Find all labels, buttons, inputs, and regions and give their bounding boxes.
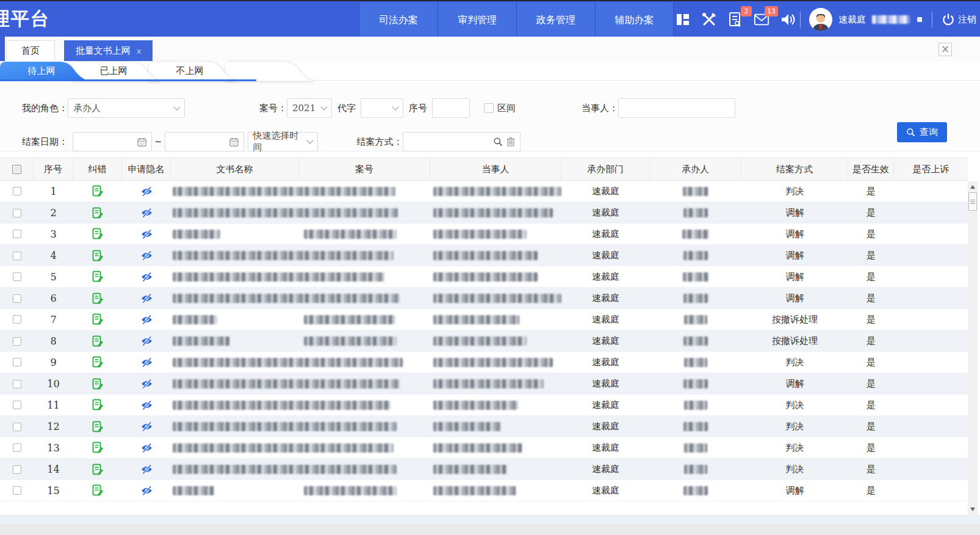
range-checkbox[interactable] bbox=[484, 103, 494, 113]
doc-correct-icon[interactable] bbox=[73, 352, 122, 373]
doc-correct-icon[interactable] bbox=[73, 416, 122, 437]
case-word-label: 代字 bbox=[337, 103, 356, 114]
nav-item-trial-management[interactable]: 审判管理 bbox=[438, 2, 516, 38]
table-row[interactable]: 2 速裁庭 调解 是 bbox=[0, 202, 968, 224]
quick-time-select[interactable]: 快速选择时间 bbox=[248, 132, 318, 151]
eye-off-icon[interactable] bbox=[122, 480, 171, 501]
doc-correct-icon[interactable] bbox=[73, 459, 122, 480]
tools-icon[interactable] bbox=[701, 12, 717, 27]
subtab-pending-online[interactable]: 待上网 bbox=[0, 61, 92, 81]
row-checkbox[interactable] bbox=[13, 272, 21, 281]
table-row[interactable]: 10 速裁庭 调解 是 bbox=[0, 373, 968, 395]
doc-correct-icon[interactable] bbox=[73, 266, 122, 287]
table-row[interactable]: 14 速裁庭 判决 是 bbox=[0, 459, 968, 480]
row-checkbox[interactable] bbox=[13, 187, 21, 195]
doc-correct-icon[interactable] bbox=[73, 181, 122, 202]
speaker-icon[interactable] bbox=[780, 12, 796, 27]
row-checkbox[interactable] bbox=[13, 423, 21, 431]
doc-correct-icon[interactable] bbox=[73, 202, 122, 224]
row-checkbox[interactable] bbox=[13, 380, 21, 388]
table-row[interactable]: 1 速裁庭 判决 是 bbox=[0, 181, 968, 202]
panel-close-button[interactable]: × bbox=[939, 43, 952, 56]
tab-close-icon[interactable]: x bbox=[137, 46, 142, 56]
eye-off-icon[interactable] bbox=[122, 416, 171, 437]
table-row[interactable]: 3 速裁庭 调解 是 bbox=[0, 224, 968, 245]
calendar-icon[interactable] bbox=[137, 137, 146, 147]
eye-off-icon[interactable] bbox=[122, 309, 171, 330]
table-row[interactable]: 9 速裁庭 判决 是 bbox=[0, 352, 968, 373]
eye-off-icon[interactable] bbox=[122, 330, 171, 352]
dashboard-grid-icon[interactable] bbox=[675, 12, 691, 27]
role-select[interactable]: 承办人 bbox=[68, 98, 185, 118]
table-row[interactable]: 6 速裁庭 调解 是 bbox=[0, 288, 968, 309]
nav-item-assist-case[interactable]: 辅助办案 bbox=[595, 2, 674, 38]
case-seq-input[interactable] bbox=[432, 98, 470, 118]
logout-button[interactable]: 注销 bbox=[942, 13, 976, 26]
row-checkbox[interactable] bbox=[13, 230, 21, 238]
table-row[interactable]: 7 速裁庭 按撤诉处理 是 bbox=[0, 309, 968, 330]
scroll-down-arrow[interactable] bbox=[968, 504, 978, 514]
doc-correct-icon[interactable] bbox=[73, 395, 122, 415]
case-word-select[interactable] bbox=[361, 98, 403, 118]
search-icon[interactable] bbox=[493, 137, 503, 147]
table-row[interactable]: 15 速裁庭 调解 是 bbox=[0, 480, 968, 501]
case-year-select[interactable]: 2021 bbox=[287, 98, 332, 118]
nav-item-gov-affairs[interactable]: 政务管理 bbox=[516, 2, 595, 38]
eye-off-icon[interactable] bbox=[122, 459, 171, 480]
doc-correct-icon[interactable] bbox=[73, 330, 122, 352]
doc-correct-icon[interactable] bbox=[73, 480, 122, 501]
role-label: 我的角色： bbox=[22, 103, 68, 114]
doc-correct-icon[interactable] bbox=[73, 437, 122, 458]
party-input[interactable] bbox=[618, 98, 735, 118]
doc-correct-icon[interactable] bbox=[73, 288, 122, 309]
scroll-up-arrow[interactable] bbox=[968, 182, 978, 192]
trash-icon[interactable] bbox=[506, 137, 515, 147]
scrollbar-thumb[interactable] bbox=[968, 192, 977, 211]
tab-home[interactable]: 首页 bbox=[6, 40, 55, 61]
eye-off-icon[interactable] bbox=[122, 352, 171, 373]
row-checkbox[interactable] bbox=[13, 315, 21, 324]
eye-off-icon[interactable] bbox=[122, 181, 171, 202]
table-row[interactable]: 11 速裁庭 判决 是 bbox=[0, 395, 968, 416]
close-date-end-input[interactable] bbox=[165, 132, 244, 151]
doc-correct-icon[interactable] bbox=[73, 224, 122, 244]
eye-off-icon[interactable] bbox=[122, 202, 171, 224]
eye-off-icon[interactable] bbox=[122, 373, 171, 395]
doc-correct-icon[interactable] bbox=[73, 373, 122, 395]
row-checkbox[interactable] bbox=[13, 337, 21, 346]
doc-correct-icon[interactable] bbox=[73, 245, 122, 266]
tab-batch-doc-publish[interactable]: 批量文书上网 x bbox=[64, 40, 153, 61]
document-tasks-icon[interactable]: 2 bbox=[727, 12, 743, 27]
select-all-checkbox[interactable] bbox=[12, 165, 21, 174]
row-checkbox[interactable] bbox=[13, 443, 21, 452]
row-checkbox[interactable] bbox=[13, 294, 21, 303]
col-disposal: 结案方式 bbox=[741, 158, 848, 180]
mail-icon[interactable]: 13 bbox=[754, 12, 769, 27]
avatar[interactable] bbox=[809, 8, 832, 31]
eye-off-icon[interactable] bbox=[122, 266, 171, 287]
nav-item-judicial-case[interactable]: 司法办案 bbox=[359, 2, 438, 38]
horizontal-scrollbar[interactable] bbox=[0, 515, 980, 524]
eye-off-icon[interactable] bbox=[122, 245, 171, 266]
row-checkbox[interactable] bbox=[13, 252, 21, 260]
row-checkbox[interactable] bbox=[13, 486, 21, 495]
close-date-start-input[interactable] bbox=[73, 132, 152, 151]
vertical-scrollbar[interactable] bbox=[968, 181, 978, 515]
row-checkbox[interactable] bbox=[13, 209, 21, 217]
eye-off-icon[interactable] bbox=[122, 288, 171, 309]
calendar-icon[interactable] bbox=[229, 137, 239, 147]
table-row[interactable]: 13 速裁庭 判决 是 bbox=[0, 437, 968, 459]
query-button[interactable]: 查询 bbox=[897, 122, 947, 142]
eye-off-icon[interactable] bbox=[122, 437, 171, 458]
row-checkbox[interactable] bbox=[13, 358, 21, 366]
row-checkbox[interactable] bbox=[13, 465, 21, 474]
eye-off-icon[interactable] bbox=[122, 395, 171, 415]
disposal-input[interactable] bbox=[403, 132, 521, 151]
table-row[interactable]: 4 速裁庭 调解 是 bbox=[0, 245, 968, 266]
table-row[interactable]: 12 速裁庭 判决 是 bbox=[0, 416, 968, 437]
table-row[interactable]: 8 速裁庭 按撤诉处理 是 bbox=[0, 330, 968, 352]
row-checkbox[interactable] bbox=[13, 401, 21, 409]
eye-off-icon[interactable] bbox=[122, 224, 171, 244]
doc-correct-icon[interactable] bbox=[73, 309, 122, 330]
table-row[interactable]: 5 速裁庭 调解 是 bbox=[0, 266, 968, 288]
